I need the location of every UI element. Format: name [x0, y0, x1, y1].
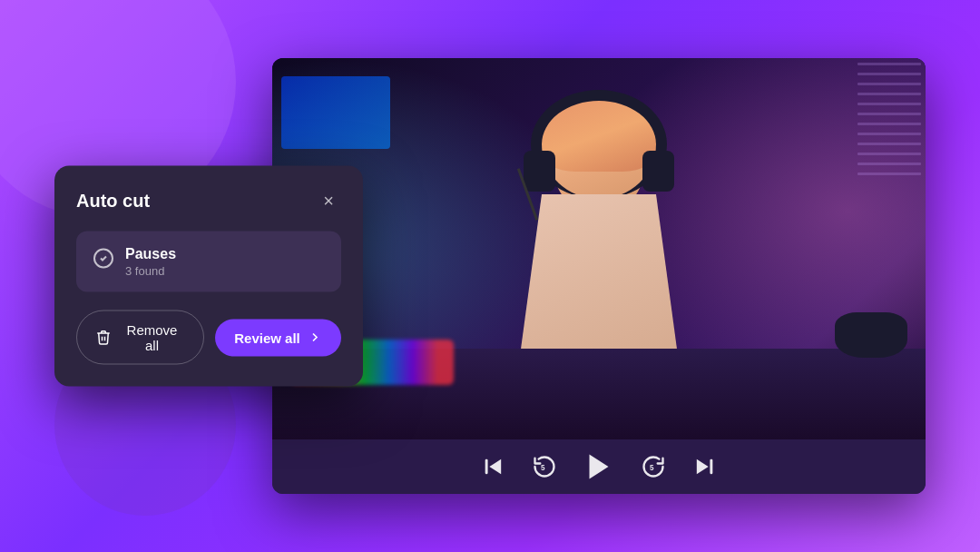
rewind-5-icon: 5 [532, 454, 557, 479]
forward-5-icon: 5 [641, 454, 666, 479]
blind-slat [858, 153, 921, 155]
blind-slat [858, 93, 921, 95]
blind-slat [858, 172, 921, 175]
auto-cut-panel: Auto cut × Pauses 3 found [54, 166, 363, 387]
headphone-cup-right [642, 151, 674, 192]
scene [272, 58, 926, 439]
svg-text:5: 5 [541, 464, 545, 472]
video-screen [272, 58, 926, 439]
detection-label: Pauses [125, 246, 176, 262]
window-blinds [853, 58, 926, 194]
game-controller [835, 312, 907, 358]
blind-slat [858, 163, 921, 165]
blind-slat [858, 103, 921, 105]
trash-icon [95, 330, 112, 346]
svg-rect-6 [710, 459, 712, 474]
skip-back-icon [481, 454, 506, 479]
detection-item: Pauses 3 found [76, 232, 341, 292]
headphones [531, 90, 667, 199]
monitor-bg [281, 76, 390, 149]
panel-title: Auto cut [76, 190, 150, 211]
review-all-button[interactable]: Review all [215, 319, 341, 356]
video-player: 5 5 [272, 58, 926, 494]
forward-5s-button[interactable]: 5 [641, 454, 666, 479]
panel-actions: Remove all Review all [76, 310, 341, 365]
svg-text:5: 5 [650, 464, 654, 472]
skip-to-start-button[interactable] [481, 454, 506, 479]
close-button[interactable]: × [316, 188, 341, 213]
svg-rect-1 [485, 459, 488, 474]
blind-slat [858, 143, 921, 145]
remove-all-button[interactable]: Remove all [76, 310, 204, 365]
blind-slat [858, 123, 921, 125]
blind-slat [858, 133, 921, 135]
video-controls-bar: 5 5 [272, 439, 926, 494]
rewind-5s-button[interactable]: 5 [532, 454, 557, 479]
play-button[interactable] [583, 450, 615, 483]
blind-slat [858, 63, 921, 65]
chevron-right-icon [308, 330, 322, 345]
svg-marker-7 [697, 459, 709, 474]
detection-text: Pauses 3 found [125, 246, 176, 278]
detection-count: 3 found [125, 264, 176, 278]
blind-slat [858, 113, 921, 115]
blind-slat [858, 73, 921, 75]
desk [272, 349, 926, 439]
check-circle-icon [93, 248, 114, 270]
svg-marker-2 [489, 459, 501, 474]
svg-marker-4 [590, 455, 609, 479]
panel-header: Auto cut × [76, 188, 341, 213]
main-container: Auto cut × Pauses 3 found [54, 40, 926, 512]
headphone-cup-left [524, 151, 555, 192]
skip-to-end-button[interactable] [691, 454, 717, 479]
skip-forward-icon [691, 454, 717, 479]
blind-slat [858, 83, 921, 85]
play-icon [583, 450, 615, 483]
